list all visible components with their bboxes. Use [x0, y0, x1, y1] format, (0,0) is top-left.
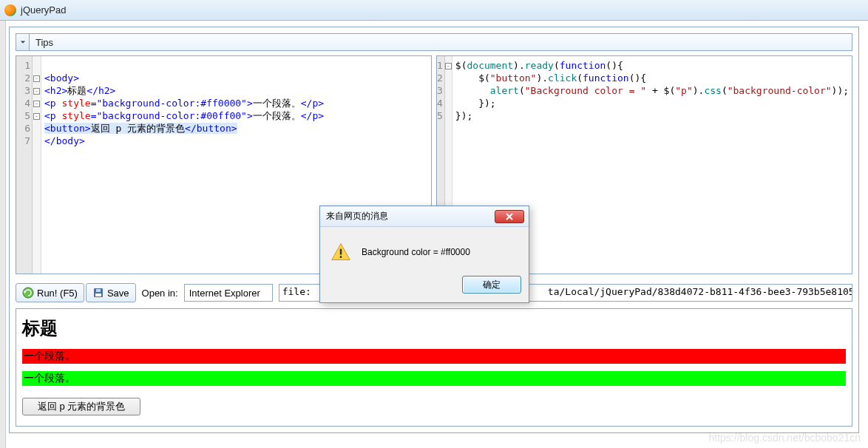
run-icon [22, 287, 34, 299]
preview-p1: 一个段落。 [22, 349, 846, 364]
preview-pane: 标题 一个段落。 一个段落。 返回 p 元素的背景色 [16, 308, 852, 427]
preview-p2: 一个段落。 [22, 371, 846, 386]
open-in-label: Open in: [142, 288, 178, 299]
app-icon [4, 4, 16, 16]
window-left-scroll[interactable] [0, 21, 6, 448]
browser-value: Internet Explorer [189, 288, 260, 299]
save-button[interactable]: Save [86, 283, 136, 302]
warning-icon [330, 242, 351, 262]
dialog-title: 来自网页的消息 [326, 210, 388, 223]
dialog-titlebar[interactable]: 来自网页的消息 [320, 206, 529, 227]
dialog-ok-button[interactable]: 确定 [462, 276, 521, 293]
alert-dialog: 来自网页的消息 Background color = #ff0000 确定 [319, 206, 529, 303]
svg-rect-5 [340, 256, 342, 258]
preview-button[interactable]: 返回 p 元素的背景色 [22, 398, 140, 415]
browser-combo[interactable]: Internet Explorer [184, 284, 273, 302]
dialog-footer: 确定 [320, 270, 529, 302]
close-icon [506, 213, 513, 220]
svg-rect-2 [95, 293, 101, 296]
save-icon [92, 287, 104, 299]
titlebar: jQueryPad [0, 0, 868, 21]
run-button[interactable]: Run! (F5) [16, 283, 84, 302]
preview-heading: 标题 [22, 316, 846, 340]
dialog-close-button[interactable] [495, 210, 524, 223]
tips-dropdown-button[interactable] [16, 34, 30, 50]
watermark: https://blog.csdn.net/bcbobo21cn [709, 432, 861, 444]
dialog-message: Background color = #ff0000 [362, 247, 470, 257]
dialog-body: Background color = #ff0000 [320, 227, 529, 270]
run-label: Run! (F5) [37, 288, 78, 299]
tips-bar: Tips [16, 33, 852, 51]
svg-rect-3 [96, 289, 101, 292]
tips-label: Tips [30, 37, 59, 48]
save-label: Save [107, 288, 129, 299]
svg-rect-4 [340, 249, 342, 255]
path-suffix: ta/Local/jQueryPad/838d4072-b811-4f36-be… [548, 286, 852, 297]
path-prefix: file: [282, 286, 311, 297]
html-foldcol[interactable]: ---- [33, 56, 41, 274]
html-gutter: 1234567 [16, 56, 33, 274]
window-title: jQueryPad [21, 4, 66, 16]
chevron-down-icon [20, 39, 26, 45]
